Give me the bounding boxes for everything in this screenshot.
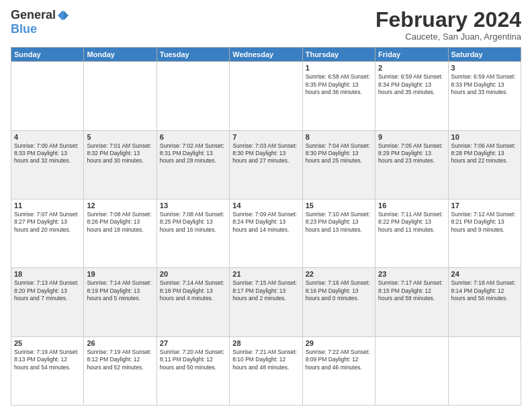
day-number: 15 xyxy=(306,201,372,210)
calendar-cell xyxy=(375,336,448,405)
day-number: 11 xyxy=(14,201,81,210)
day-info: Sunrise: 7:05 AM Sunset: 8:29 PM Dayligh… xyxy=(378,142,445,165)
day-info: Sunrise: 7:18 AM Sunset: 8:14 PM Dayligh… xyxy=(451,279,518,302)
day-info: Sunrise: 6:59 AM Sunset: 8:34 PM Dayligh… xyxy=(378,73,445,96)
day-header-tuesday: Tuesday xyxy=(157,48,229,62)
logo-icon xyxy=(56,9,69,21)
day-number: 28 xyxy=(232,339,299,347)
day-number: 26 xyxy=(87,339,153,347)
page: General Blue February 2024 Caucete, San … xyxy=(0,0,532,411)
day-info: Sunrise: 7:12 AM Sunset: 8:21 PM Dayligh… xyxy=(451,211,518,234)
calendar-cell: 3Sunrise: 6:59 AM Sunset: 8:33 PM Daylig… xyxy=(448,62,521,130)
week-row-5: 25Sunrise: 7:19 AM Sunset: 8:13 PM Dayli… xyxy=(11,336,521,405)
day-info: Sunrise: 7:17 AM Sunset: 8:15 PM Dayligh… xyxy=(378,279,445,302)
day-info: Sunrise: 7:06 AM Sunset: 8:28 PM Dayligh… xyxy=(451,142,518,165)
day-number: 23 xyxy=(378,270,445,278)
calendar-cell: 9Sunrise: 7:05 AM Sunset: 8:29 PM Daylig… xyxy=(375,130,448,199)
calendar-cell: 21Sunrise: 7:15 AM Sunset: 8:17 PM Dayli… xyxy=(230,268,302,336)
calendar-cell: 27Sunrise: 7:20 AM Sunset: 8:11 PM Dayli… xyxy=(157,336,229,405)
day-number: 14 xyxy=(232,201,299,210)
day-header-sunday: Sunday xyxy=(11,48,84,62)
day-number: 12 xyxy=(87,201,153,210)
logo: General Blue xyxy=(11,8,69,36)
day-number: 3 xyxy=(451,64,518,72)
day-number: 16 xyxy=(378,201,445,210)
day-info: Sunrise: 7:14 AM Sunset: 8:19 PM Dayligh… xyxy=(87,279,153,302)
day-info: Sunrise: 7:08 AM Sunset: 8:25 PM Dayligh… xyxy=(160,211,226,234)
day-number: 10 xyxy=(451,133,518,141)
day-info: Sunrise: 7:04 AM Sunset: 8:30 PM Dayligh… xyxy=(306,142,372,165)
calendar-cell: 8Sunrise: 7:04 AM Sunset: 8:30 PM Daylig… xyxy=(302,130,375,199)
week-row-3: 11Sunrise: 7:07 AM Sunset: 8:27 PM Dayli… xyxy=(11,199,521,267)
calendar-cell: 20Sunrise: 7:14 AM Sunset: 8:18 PM Dayli… xyxy=(157,268,229,336)
day-header-thursday: Thursday xyxy=(302,48,375,62)
calendar-cell: 13Sunrise: 7:08 AM Sunset: 8:25 PM Dayli… xyxy=(157,199,229,267)
calendar-cell: 14Sunrise: 7:09 AM Sunset: 8:24 PM Dayli… xyxy=(230,199,302,267)
day-header-wednesday: Wednesday xyxy=(230,48,302,62)
day-number: 21 xyxy=(232,270,299,278)
day-info: Sunrise: 7:13 AM Sunset: 8:20 PM Dayligh… xyxy=(14,279,81,302)
day-info: Sunrise: 7:14 AM Sunset: 8:18 PM Dayligh… xyxy=(160,279,226,302)
calendar-cell: 29Sunrise: 7:22 AM Sunset: 8:09 PM Dayli… xyxy=(302,336,375,405)
day-number: 22 xyxy=(306,270,372,278)
logo-general-text: General xyxy=(11,8,56,22)
calendar-cell: 19Sunrise: 7:14 AM Sunset: 8:19 PM Dayli… xyxy=(84,268,157,336)
calendar-cell xyxy=(230,62,302,130)
day-info: Sunrise: 6:58 AM Sunset: 8:35 PM Dayligh… xyxy=(306,73,372,96)
day-info: Sunrise: 7:11 AM Sunset: 8:22 PM Dayligh… xyxy=(378,211,445,234)
day-number: 17 xyxy=(451,201,518,210)
day-info: Sunrise: 7:15 AM Sunset: 8:17 PM Dayligh… xyxy=(232,279,299,302)
day-info: Sunrise: 7:16 AM Sunset: 8:16 PM Dayligh… xyxy=(306,279,372,302)
week-row-1: 1Sunrise: 6:58 AM Sunset: 8:35 PM Daylig… xyxy=(11,62,521,130)
calendar-cell: 28Sunrise: 7:21 AM Sunset: 8:10 PM Dayli… xyxy=(230,336,302,405)
day-number: 4 xyxy=(14,133,81,141)
header: General Blue February 2024 Caucete, San … xyxy=(11,8,521,42)
subtitle: Caucete, San Juan, Argentina xyxy=(375,32,521,42)
calendar-cell: 5Sunrise: 7:01 AM Sunset: 8:32 PM Daylig… xyxy=(84,130,157,199)
calendar-cell xyxy=(157,62,229,130)
calendar-cell xyxy=(11,62,84,130)
calendar-cell: 24Sunrise: 7:18 AM Sunset: 8:14 PM Dayli… xyxy=(448,268,521,336)
day-number: 18 xyxy=(14,270,81,278)
calendar-table: SundayMondayTuesdayWednesdayThursdayFrid… xyxy=(11,47,521,406)
day-number: 1 xyxy=(306,64,372,72)
day-number: 27 xyxy=(160,339,226,347)
day-number: 29 xyxy=(306,339,372,347)
month-title: February 2024 xyxy=(375,8,521,32)
day-info: Sunrise: 7:01 AM Sunset: 8:32 PM Dayligh… xyxy=(87,142,153,165)
calendar-cell xyxy=(448,336,521,405)
day-info: Sunrise: 7:22 AM Sunset: 8:09 PM Dayligh… xyxy=(306,349,372,371)
calendar-cell: 26Sunrise: 7:19 AM Sunset: 8:12 PM Dayli… xyxy=(84,336,157,405)
day-info: Sunrise: 7:03 AM Sunset: 8:30 PM Dayligh… xyxy=(232,142,299,165)
week-row-4: 18Sunrise: 7:13 AM Sunset: 8:20 PM Dayli… xyxy=(11,268,521,336)
day-number: 25 xyxy=(14,339,81,347)
day-number: 8 xyxy=(306,133,372,141)
calendar-cell: 22Sunrise: 7:16 AM Sunset: 8:16 PM Dayli… xyxy=(302,268,375,336)
calendar-cell: 18Sunrise: 7:13 AM Sunset: 8:20 PM Dayli… xyxy=(11,268,84,336)
day-number: 20 xyxy=(160,270,226,278)
day-number: 5 xyxy=(87,133,153,141)
logo-blue-text: Blue xyxy=(11,22,37,36)
day-number: 7 xyxy=(232,133,299,141)
day-number: 19 xyxy=(87,270,153,278)
calendar-cell xyxy=(84,62,157,130)
day-info: Sunrise: 7:10 AM Sunset: 8:23 PM Dayligh… xyxy=(306,211,372,234)
day-number: 24 xyxy=(451,270,518,278)
day-number: 13 xyxy=(160,201,226,210)
calendar-cell: 23Sunrise: 7:17 AM Sunset: 8:15 PM Dayli… xyxy=(375,268,448,336)
svg-marker-1 xyxy=(64,10,69,19)
calendar-cell: 4Sunrise: 7:00 AM Sunset: 8:33 PM Daylig… xyxy=(11,130,84,199)
calendar-cell: 16Sunrise: 7:11 AM Sunset: 8:22 PM Dayli… xyxy=(375,199,448,267)
calendar-cell: 1Sunrise: 6:58 AM Sunset: 8:35 PM Daylig… xyxy=(302,62,375,130)
calendar-cell: 25Sunrise: 7:19 AM Sunset: 8:13 PM Dayli… xyxy=(11,336,84,405)
day-info: Sunrise: 7:19 AM Sunset: 8:13 PM Dayligh… xyxy=(14,349,81,371)
day-header-saturday: Saturday xyxy=(448,48,521,62)
calendar-cell: 7Sunrise: 7:03 AM Sunset: 8:30 PM Daylig… xyxy=(230,130,302,199)
day-info: Sunrise: 7:19 AM Sunset: 8:12 PM Dayligh… xyxy=(87,349,153,371)
day-info: Sunrise: 7:21 AM Sunset: 8:10 PM Dayligh… xyxy=(232,349,299,371)
day-number: 6 xyxy=(160,133,226,141)
day-info: Sunrise: 7:02 AM Sunset: 8:31 PM Dayligh… xyxy=(160,142,226,165)
day-info: Sunrise: 7:09 AM Sunset: 8:24 PM Dayligh… xyxy=(232,211,299,234)
day-header-monday: Monday xyxy=(84,48,157,62)
day-info: Sunrise: 7:20 AM Sunset: 8:11 PM Dayligh… xyxy=(160,349,226,371)
